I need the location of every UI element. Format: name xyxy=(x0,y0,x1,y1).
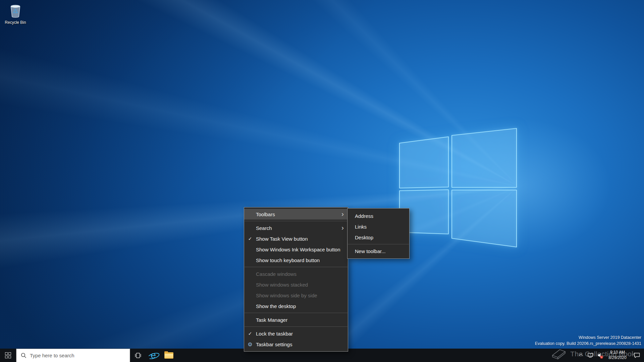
menu-item-label: Show Task View button xyxy=(256,236,345,242)
recycle-bin-desktop-icon[interactable]: Recycle Bin xyxy=(2,3,29,25)
wallpaper-logo-glow xyxy=(391,93,644,280)
submenu-item-new-toolbar[interactable]: New toolbar... xyxy=(347,246,409,256)
menu-separator xyxy=(245,326,347,327)
watermark-edition-line: Windows Server 2019 Datacenter xyxy=(535,335,641,341)
menu-item-show-touch-keyboard-button[interactable]: Show touch keyboard button xyxy=(244,255,348,265)
action-center-icon xyxy=(634,352,640,359)
watermark-build-line: Evaluation copy. Build 20206.rs_prerelea… xyxy=(535,341,641,347)
menu-item-search[interactable]: Search › xyxy=(244,223,348,233)
submenu-item-desktop[interactable]: Desktop xyxy=(347,232,409,243)
clock-date: 8/29/2020 xyxy=(605,355,630,361)
recycle-bin-icon xyxy=(8,3,23,18)
clock-time: 9:10 AM xyxy=(605,350,630,355)
task-view-button[interactable] xyxy=(130,349,146,362)
menu-separator xyxy=(245,221,347,221)
menu-item-task-manager[interactable]: Task Manager xyxy=(244,314,348,325)
submenu-item-links[interactable]: Links xyxy=(347,221,409,232)
menu-separator xyxy=(348,244,409,244)
file-explorer-folder-icon xyxy=(164,352,173,359)
network-icon xyxy=(587,352,593,358)
menu-item-taskbar-settings[interactable]: ⚙ Taskbar settings xyxy=(244,339,348,350)
start-button[interactable] xyxy=(0,349,16,362)
recycle-bin-label: Recycle Bin xyxy=(2,20,29,25)
menu-item-label: Show windows side by side xyxy=(256,293,345,298)
menu-separator xyxy=(245,267,347,267)
taskbar-context-menu: Toolbars › Search › ✓ Show Task View but… xyxy=(244,207,348,352)
menu-item-cascade-windows: Cascade windows xyxy=(244,268,348,279)
menu-item-label: Show Windows Ink Workspace button xyxy=(256,247,345,252)
menu-item-label: Show touch keyboard button xyxy=(256,257,345,263)
taskbar-search-box[interactable] xyxy=(16,349,130,362)
tray-network-button[interactable] xyxy=(586,349,595,362)
menu-item-label: Show windows stacked xyxy=(256,282,345,288)
gear-icon: ⚙ xyxy=(244,341,256,348)
menu-item-show-windows-stacked: Show windows stacked xyxy=(244,279,348,290)
menu-separator xyxy=(245,313,347,313)
checkmark-icon: ✓ xyxy=(244,236,256,241)
checkmark-icon: ✓ xyxy=(244,331,256,336)
menu-item-label: Cascade windows xyxy=(256,271,345,277)
menu-item-label: Taskbar settings xyxy=(256,342,345,347)
windows-hero-logo xyxy=(396,124,520,251)
action-center-button[interactable] xyxy=(630,349,644,362)
file-explorer-button[interactable] xyxy=(161,349,176,362)
windows-start-icon xyxy=(5,352,11,358)
menu-item-show-windows-side-by-side: Show windows side by side xyxy=(244,290,348,301)
menu-item-label: Task Manager xyxy=(256,317,345,323)
menu-item-toolbars[interactable]: Toolbars › xyxy=(244,209,348,220)
task-view-icon xyxy=(134,352,142,359)
menu-item-label: Show the desktop xyxy=(256,303,345,309)
submenu-item-label: Desktop xyxy=(355,235,407,240)
evaluation-watermark: Windows Server 2019 Datacenter Evaluatio… xyxy=(535,335,641,347)
toolbars-submenu: Address Links Desktop New toolbar... xyxy=(347,208,410,259)
chevron-right-icon: › xyxy=(339,224,345,232)
menu-item-label: Toolbars xyxy=(256,212,339,217)
menu-item-label: Search xyxy=(256,225,339,231)
internet-explorer-button[interactable]: e xyxy=(146,349,161,362)
tray-show-hidden-icons-button[interactable] xyxy=(577,349,586,362)
menu-item-show-task-view-button[interactable]: ✓ Show Task View button xyxy=(244,233,348,244)
taskbar-clock[interactable]: 9:10 AM 8/29/2020 xyxy=(605,350,630,360)
submenu-item-label: Address xyxy=(355,213,407,219)
menu-item-label: Lock the taskbar xyxy=(256,331,345,337)
menu-item-show-windows-ink-workspace-button[interactable]: Show Windows Ink Workspace button xyxy=(244,244,348,255)
internet-explorer-icon: e xyxy=(148,351,158,360)
search-input[interactable] xyxy=(30,353,126,358)
system-tray: × 9:10 AM 8/29/2020 xyxy=(577,349,644,362)
submenu-item-label: New toolbar... xyxy=(355,248,407,254)
chevron-right-icon: › xyxy=(339,210,345,218)
chevron-up-icon xyxy=(579,354,583,358)
tray-volume-button[interactable]: × xyxy=(595,349,605,362)
volume-mute-badge: × xyxy=(600,356,603,359)
submenu-item-address[interactable]: Address xyxy=(347,210,409,221)
search-icon xyxy=(21,353,26,358)
menu-item-lock-the-taskbar[interactable]: ✓ Lock the taskbar xyxy=(244,328,348,339)
menu-item-show-the-desktop[interactable]: Show the desktop xyxy=(244,301,348,311)
submenu-item-label: Links xyxy=(355,224,407,230)
